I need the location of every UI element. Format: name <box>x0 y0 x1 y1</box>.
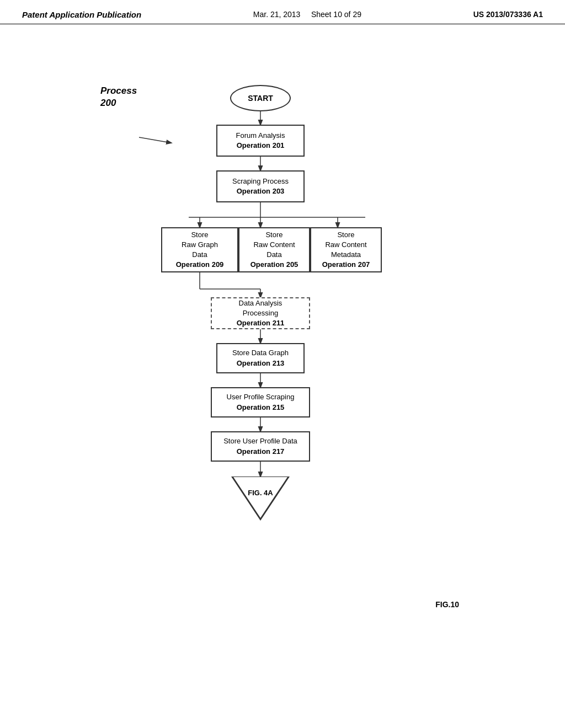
op213-node: Store Data Graph Operation 213 <box>216 343 305 373</box>
fig4a-label: FIG. 4A <box>238 489 282 498</box>
op207-node: Store Raw Content Metadata Operation 207 <box>310 227 382 272</box>
op205-node: Store Raw Content Data Operation 205 <box>238 227 310 272</box>
page: Patent Application Publication Mar. 21, … <box>0 0 565 728</box>
start-node: START <box>230 85 291 111</box>
op209-node: Store Raw Graph Data Operation 209 <box>161 227 238 272</box>
header-patent-number: US 2013/073336 A1 <box>473 10 543 19</box>
header: Patent Application Publication Mar. 21, … <box>0 0 565 24</box>
header-publication: Patent Application Publication <box>22 10 141 19</box>
op203-node: Scraping Process Operation 203 <box>216 170 305 202</box>
process-label: Process 200 <box>100 85 137 109</box>
op217-node: Store User Profile Data Operation 217 <box>211 431 310 462</box>
op215-node: User Profile Scraping Operation 215 <box>211 387 310 417</box>
op211-node: Data Analysis Processing Operation 211 <box>211 297 310 329</box>
op201-node: Forum Analysis Operation 201 <box>216 125 305 157</box>
fig10-label: FIG.10 <box>435 600 459 609</box>
svg-line-14 <box>139 137 171 143</box>
header-date-sheet: Mar. 21, 2013 Sheet 10 of 29 <box>253 10 361 19</box>
diagram-area: Process 200 START Forum Analysis Operati… <box>89 35 476 675</box>
